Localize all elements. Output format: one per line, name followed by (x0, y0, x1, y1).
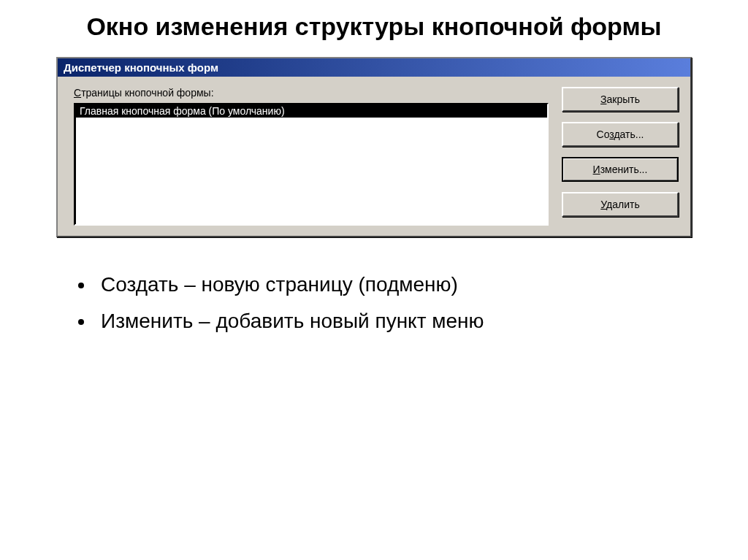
edit-button[interactable]: Изменить... (562, 157, 679, 182)
create-button[interactable]: Создать... (562, 122, 679, 147)
window-body: Страницы кнопочной формы: Главная кнопоч… (58, 77, 690, 236)
listbox-label: Страницы кнопочной формы: (74, 87, 549, 99)
bullet-item: Изменить – добавить новый пункт меню (95, 303, 719, 340)
left-panel: Страницы кнопочной формы: Главная кнопоч… (74, 87, 549, 226)
delete-button[interactable]: Удалить (562, 192, 679, 217)
pages-listbox[interactable]: Главная кнопочная форма (По умолчанию) (74, 103, 549, 226)
bullet-item: Создать – новую страницу (подменю) (95, 266, 719, 303)
button-column: Закрыть Создать... Изменить... Удалить (562, 87, 679, 226)
bullet-list: Создать – новую страницу (подменю) Измен… (73, 266, 719, 340)
list-item[interactable]: Главная кнопочная форма (По умолчанию) (75, 104, 547, 118)
window-titlebar: Диспетчер кнопочных форм (58, 58, 690, 77)
dialog-window: Диспетчер кнопочных форм Страницы кнопоч… (56, 57, 692, 237)
close-button[interactable]: Закрыть (562, 87, 679, 112)
slide-title: Окно изменения структуры кнопочной формы (29, 11, 719, 42)
